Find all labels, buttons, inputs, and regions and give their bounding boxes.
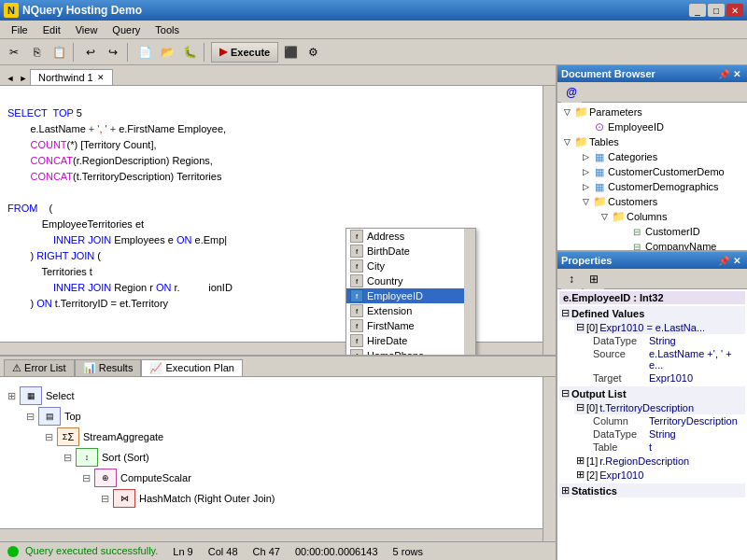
- execution-plan-area[interactable]: ⊞ ▦ Select ⊟ ▤ Top: [0, 377, 556, 541]
- plan-scrollbar-h[interactable]: [0, 528, 543, 541]
- autocomplete-item-extension[interactable]: f Extension: [346, 303, 475, 318]
- props-node-label: e.EmployeeID : Int32: [559, 291, 745, 304]
- minimize-button[interactable]: _: [689, 4, 706, 17]
- props-output-header[interactable]: ⊟ Output List: [559, 386, 745, 400]
- autocomplete-item-address[interactable]: f Address: [346, 229, 475, 244]
- new-button[interactable]: 📄: [134, 42, 155, 63]
- tab-execution-plan[interactable]: 📈 Execution Plan: [141, 359, 242, 376]
- field-icon: f: [350, 349, 363, 355]
- props-output-2[interactable]: ⊞ [2] Expr1010: [574, 468, 745, 482]
- menu-view[interactable]: View: [68, 22, 106, 37]
- tree-item-customercustomerdemo[interactable]: ▷ ▦ CustomerCustomerDemo: [578, 164, 745, 179]
- autocomplete-item-city[interactable]: f City: [346, 259, 475, 273]
- plan-node-top: ⊟ ▤ Top: [26, 407, 548, 426]
- props-sort-btn[interactable]: ↕: [561, 269, 582, 289]
- properties-panel: Properties 📌 ✕ ↕ ⊞ e.EmployeeID : Int32 …: [557, 252, 747, 560]
- tree-item-companyname[interactable]: ⊟ CompanyName: [615, 239, 745, 250]
- autocomplete-dropdown[interactable]: f Address f BirthDate f City f Country f: [345, 228, 476, 355]
- paste-button[interactable]: 📋: [49, 42, 69, 63]
- expander-cd[interactable]: ▷: [580, 181, 591, 192]
- plan-node-sort: ⊟ ↕ Sort (Sort): [63, 448, 548, 467]
- param-icon: ⊙: [593, 120, 606, 133]
- autocomplete-item-hiredate[interactable]: f HireDate: [346, 333, 475, 348]
- doc-browser-close[interactable]: ✕: [730, 67, 743, 80]
- props-close[interactable]: ✕: [730, 254, 743, 267]
- expander-ccd[interactable]: ▷: [580, 166, 591, 177]
- autocomplete-item-employeeid[interactable]: f EmployeeID: [346, 288, 475, 303]
- tree-indent-columns: ⊟ CustomerID ⊟ CompanyName: [597, 224, 745, 250]
- debug-button[interactable]: 🐛: [179, 42, 200, 63]
- plan-scrollbar-v[interactable]: [543, 377, 556, 541]
- menu-edit[interactable]: Edit: [35, 22, 68, 37]
- tree-item-customers[interactable]: ▽ 📁 Customers: [578, 194, 745, 209]
- plan-indent-sort: ⊟ ↕ Sort (Sort) ⊟ ⊕ ComputeScalar: [45, 448, 548, 508]
- folder-icon-parameters: 📁: [574, 105, 587, 119]
- expander-columns[interactable]: ▽: [599, 211, 610, 222]
- top-icon: ▤: [38, 407, 61, 426]
- tab-nav-next[interactable]: ►: [17, 72, 30, 85]
- undo-button[interactable]: ↩: [80, 42, 101, 63]
- tree-item-customerid[interactable]: ⊟ CustomerID: [615, 224, 745, 239]
- status-rows: 5 rows: [393, 546, 423, 557]
- editor-tab-northwind[interactable]: Northwind 1 ✕: [30, 69, 113, 85]
- doc-browser-pin[interactable]: 📌: [717, 67, 730, 80]
- doc-browser-tree[interactable]: ▽ 📁 Parameters ⊙ EmployeeID ▽ 📁 Tables: [557, 103, 747, 250]
- props-header: Properties 📌 ✕: [557, 252, 747, 269]
- autocomplete-item-firstname[interactable]: f FirstName: [346, 318, 475, 333]
- tree-item-employeeid-param[interactable]: ⊙ EmployeeID: [578, 119, 745, 134]
- props-pin[interactable]: 📌: [717, 254, 730, 267]
- open-button[interactable]: 📂: [157, 42, 177, 63]
- field-icon: f: [350, 245, 363, 258]
- props-row-table: Table t: [589, 441, 745, 454]
- cut-button[interactable]: ✂: [4, 42, 24, 63]
- tab-nav-prev[interactable]: ◄: [4, 72, 17, 85]
- copy-button[interactable]: ⎘: [26, 42, 47, 63]
- app-title: NQuery Hosting Demo: [22, 4, 689, 17]
- tree-item-tables[interactable]: ▽ 📁 Tables: [559, 134, 745, 149]
- tree-item-categories[interactable]: ▷ ▦ Categories: [578, 149, 745, 164]
- autocomplete-scrollbar[interactable]: [464, 229, 475, 355]
- maximize-button[interactable]: □: [708, 4, 725, 17]
- field-icon: f: [350, 289, 363, 302]
- doc-browser-btn-at[interactable]: @: [561, 82, 582, 103]
- props-defined-content: ⊟ [0] Expr1010 = e.LastNa... DataType St…: [559, 320, 745, 385]
- editor-tab-close[interactable]: ✕: [97, 73, 105, 82]
- menu-query[interactable]: Query: [105, 22, 148, 37]
- options-button[interactable]: ⚙: [303, 42, 323, 63]
- expander-categories[interactable]: ▷: [580, 151, 591, 162]
- field-icon: f: [350, 319, 363, 332]
- close-button[interactable]: ✕: [726, 4, 743, 17]
- props-statistics-header[interactable]: ⊞ Statistics: [559, 483, 745, 497]
- menu-tools[interactable]: Tools: [148, 22, 187, 37]
- tree-item-parameters[interactable]: ▽ 📁 Parameters: [559, 105, 745, 119]
- right-panel: Document Browser 📌 ✕ @ ▽ 📁 Parameters ⊙: [556, 65, 747, 560]
- expander-customers[interactable]: ▽: [580, 196, 591, 207]
- plan-node-aggregate: ⊟ ΣΣ StreamAggregate: [45, 427, 548, 446]
- props-defined-0-header[interactable]: ⊟ [0] Expr1010 = e.LastNa...: [574, 320, 745, 334]
- tab-results[interactable]: 📊 Results: [75, 359, 142, 376]
- autocomplete-item-country[interactable]: f Country: [346, 273, 475, 288]
- menu-file[interactable]: File: [4, 22, 35, 37]
- expander-tables[interactable]: ▽: [561, 136, 572, 147]
- props-defined-header[interactable]: ⊟ Defined Values: [559, 306, 745, 320]
- sort-icon: ↕: [76, 448, 98, 467]
- tree-item-customerdemographics[interactable]: ▷ ▦ CustomerDemographics: [578, 179, 745, 194]
- field-icon: f: [350, 304, 363, 317]
- tab-error-list[interactable]: ⚠ Error List: [4, 359, 75, 376]
- editor-tab-label: Northwind 1: [38, 72, 93, 83]
- expander-parameters[interactable]: ▽: [561, 106, 572, 118]
- props-filter-btn[interactable]: ⊞: [584, 269, 604, 289]
- props-output-1[interactable]: ⊞ [1] r.RegionDescription: [574, 454, 745, 468]
- doc-browser-header: Document Browser 📌 ✕: [557, 65, 747, 82]
- execute-button[interactable]: ▶ Execute: [211, 42, 278, 63]
- autocomplete-item-birthdate[interactable]: f BirthDate: [346, 244, 475, 259]
- redo-button[interactable]: ↪: [103, 42, 123, 63]
- props-tree[interactable]: e.EmployeeID : Int32 ⊟ Defined Values ⊟ …: [557, 289, 747, 560]
- stop-button[interactable]: ⬛: [280, 42, 301, 63]
- autocomplete-item-homephone[interactable]: f HomePhone: [346, 348, 475, 355]
- app-icon: N: [4, 3, 19, 18]
- props-output-0-header[interactable]: ⊟ [0] t.TerritoryDescription: [574, 400, 745, 414]
- tree-item-columns[interactable]: ▽ 📁 Columns: [597, 209, 745, 224]
- editor-scrollbar-vertical[interactable]: [543, 86, 556, 355]
- editor-area[interactable]: SELECT TOP 5 e.LastName + ', ' + e.First…: [0, 86, 556, 355]
